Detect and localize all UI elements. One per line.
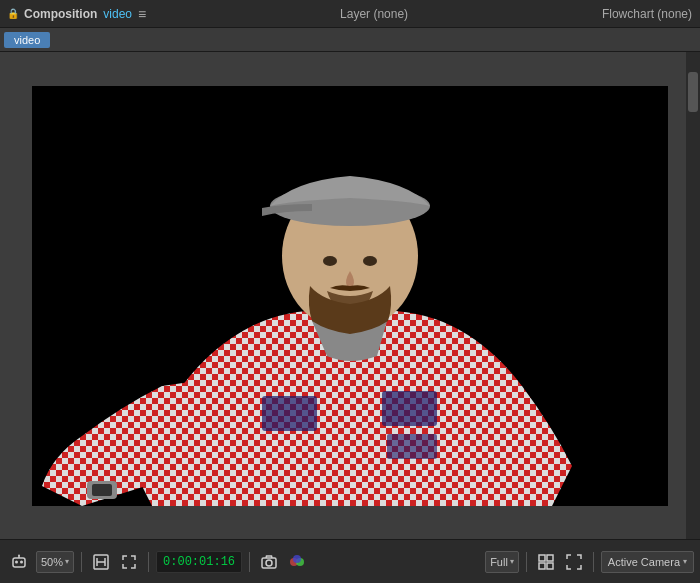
grid-view-icon [538,554,554,570]
panel-title: Composition [24,7,97,21]
layer-section: Layer (none) [340,7,408,21]
composition-preview [32,86,668,506]
timecode-display[interactable]: 0:00:01:16 [156,551,242,573]
svg-point-16 [15,560,18,563]
lock-icon[interactable]: 🔒 [8,8,18,20]
separator-1 [81,552,82,572]
quality-dropdown[interactable]: Full ▾ [485,551,519,573]
fullscreen-icon [566,554,582,570]
top-bar: 🔒 Composition video ≡ Layer (none) Flowc… [0,0,700,28]
region-icon [121,554,137,570]
svg-rect-11 [382,391,437,426]
zoom-value: 50% [41,556,63,568]
svg-point-17 [20,560,23,563]
fit-icon [93,554,109,570]
panel-menu-icon[interactable]: ≡ [138,6,146,22]
grid-view-button[interactable] [534,552,558,572]
svg-rect-31 [539,563,545,569]
robot-icon [10,553,28,571]
tab-bar: video [0,28,700,52]
tab-video[interactable]: video [4,32,50,48]
quality-value: Full [490,556,508,568]
svg-rect-15 [13,558,25,567]
panel-subtitle: video [103,7,132,21]
svg-point-25 [266,560,272,566]
svg-rect-32 [547,563,553,569]
channels-icon [289,554,305,570]
region-button[interactable] [117,552,141,572]
separator-4 [526,552,527,572]
quality-chevron: ▾ [510,557,514,566]
zoom-dropdown[interactable]: 50% ▾ [36,551,74,573]
snapshot-button[interactable] [257,552,281,572]
fit-button[interactable] [89,552,113,572]
zoom-chevron: ▾ [65,557,69,566]
svg-rect-10 [262,396,317,431]
snapshot-icon [261,554,277,570]
svg-point-19 [18,554,20,556]
panel-header-left: 🔒 Composition video ≡ [8,6,146,22]
camera-label: Active Camera [608,556,680,568]
timecode-value: 0:00:01:16 [163,555,235,569]
svg-rect-29 [539,555,545,561]
svg-rect-14 [92,484,112,496]
preview-options-button[interactable] [6,551,32,573]
svg-rect-30 [547,555,553,561]
separator-2 [148,552,149,572]
viewer-container [0,52,700,539]
svg-point-9 [363,256,377,266]
channels-button[interactable] [285,552,309,572]
scrollbar-right[interactable] [686,52,700,539]
camera-chevron: ▾ [683,557,687,566]
scroll-thumb[interactable] [688,72,698,112]
separator-5 [593,552,594,572]
flowchart-section: Flowchart (none) [602,7,692,21]
fullscreen-button[interactable] [562,552,586,572]
composition-viewer [32,86,668,506]
svg-rect-12 [387,434,437,459]
svg-point-8 [323,256,337,266]
separator-3 [249,552,250,572]
svg-point-28 [293,555,301,563]
bottom-toolbar: 50% ▾ 0:00:01:16 [0,539,700,583]
camera-dropdown[interactable]: Active Camera ▾ [601,551,694,573]
